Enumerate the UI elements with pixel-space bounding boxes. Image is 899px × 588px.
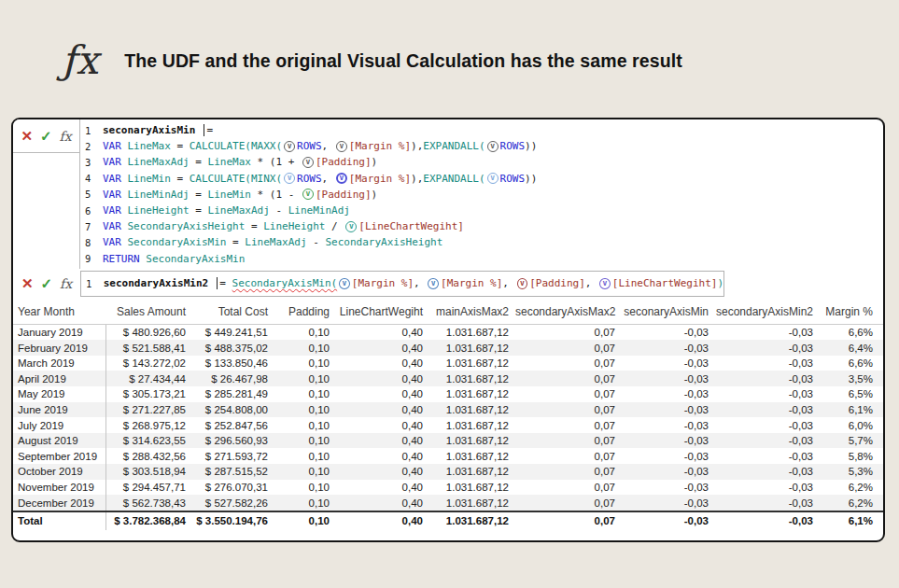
code-token: [Padding]: [316, 189, 372, 201]
table-cell: 0,40: [336, 371, 429, 386]
cancel-icon[interactable]: ✕: [21, 275, 34, 292]
table-row[interactable]: November 2019$ 294.457,71$ 276.070,310,1…: [13, 480, 883, 496]
table-cell: 0,07: [515, 325, 622, 341]
code-token: SecondaryAxisMin: [146, 253, 245, 265]
table-cell: August 2019: [13, 433, 106, 449]
table-cell: 0,40: [336, 417, 429, 433]
code-token: SecondaryAxisHeight: [128, 220, 246, 232]
code-token: [Margin %]: [349, 140, 411, 152]
code-token: * (1 +: [251, 156, 301, 168]
column-header-secondaryaxismin2[interactable]: secondaryAxisMin2: [715, 305, 820, 318]
table-cell: 0,40: [336, 356, 429, 371]
table-row[interactable]: September 2019$ 288.432,56$ 271.593,720,…: [13, 448, 883, 464]
code-token: /: [325, 220, 344, 232]
table-row[interactable]: February 2019$ 521.588,41$ 488.375,020,1…: [13, 340, 883, 356]
chevron-down-circle-icon[interactable]: v: [487, 173, 499, 184]
code-token: ): [372, 189, 378, 201]
table-cell: 0,07: [515, 417, 622, 433]
code-line: 1seconaryAxisMin =: [85, 122, 883, 138]
chevron-down-circle-icon[interactable]: v: [302, 189, 314, 200]
code-token: -: [307, 236, 326, 248]
table-cell: 5,8%: [820, 448, 879, 464]
column-header-sales-amount[interactable]: Sales Amount: [106, 305, 192, 318]
chevron-down-circle-icon[interactable]: v: [599, 278, 611, 289]
fx-button-icon[interactable]: fx: [60, 276, 72, 291]
table-cell: $ 3.782.368,84: [106, 512, 192, 530]
table-cell: -0,03: [715, 340, 820, 356]
table-cell: 6,2%: [820, 480, 879, 496]
table-cell: 1.031.687,12: [429, 356, 515, 371]
chevron-down-circle-icon[interactable]: v: [336, 173, 347, 184]
table-cell: $ 143.272,02: [106, 356, 192, 371]
chevron-down-circle-icon[interactable]: v: [487, 141, 499, 152]
text-cursor: [204, 124, 205, 136]
table-cell: 0,40: [336, 495, 429, 511]
table-cell: 5,7%: [820, 433, 879, 449]
chevron-down-circle-icon[interactable]: v: [284, 173, 295, 184]
code-token: EXPANDALL(: [423, 140, 485, 152]
page-header: ƒx The UDF and the original Visual Calcu…: [62, 41, 682, 80]
table-row[interactable]: January 2019$ 480.926,60$ 449.241,510,10…: [13, 325, 883, 341]
chevron-down-circle-icon[interactable]: v: [284, 141, 295, 152]
table-cell: $ 480.926,60: [106, 325, 192, 341]
column-header-padding[interactable]: Padding: [274, 305, 336, 318]
column-header-year-month[interactable]: Year Month: [13, 305, 106, 318]
table-cell: -0,03: [715, 356, 820, 371]
code-token: SecondaryAxisMin: [128, 236, 227, 248]
formula-bar-1: ✕ ✓ fx 1seconaryAxisMin =2VAR LineMax = …: [13, 119, 883, 269]
code-token: [Margin %]: [349, 173, 411, 185]
chevron-down-circle-icon[interactable]: v: [428, 278, 439, 289]
chevron-down-circle-icon[interactable]: v: [336, 141, 347, 152]
column-header-secondaryaxismax2[interactable]: secondaryAxisMax2: [515, 305, 622, 318]
formula-bar-1-toolbar: ✕ ✓ fx: [13, 119, 80, 153]
table-cell: $ 268.975,12: [106, 417, 192, 433]
chevron-down-circle-icon[interactable]: v: [339, 278, 350, 289]
table-row[interactable]: June 2019$ 271.227,85$ 254.808,000,100,4…: [13, 402, 883, 418]
chevron-down-circle-icon[interactable]: v: [517, 278, 528, 289]
table-cell: November 2019: [13, 480, 106, 496]
table-cell: $ 3.550.194,76: [192, 512, 274, 530]
table-cell: October 2019: [13, 464, 106, 480]
fx-button-icon[interactable]: fx: [60, 129, 72, 144]
column-header-total-cost[interactable]: Total Cost: [192, 305, 274, 318]
table-cell: $ 305.173,21: [106, 386, 192, 402]
table-row[interactable]: July 2019$ 268.975,12$ 252.847,560,100,4…: [13, 417, 883, 433]
code-token: LineMin: [208, 189, 251, 201]
table-row[interactable]: April 2019$ 27.434,44$ 26.467,980,100,40…: [13, 371, 883, 386]
table-cell: 0,10: [274, 417, 336, 433]
table-body: January 2019$ 480.926,60$ 449.241,510,10…: [13, 325, 883, 511]
code-line: 6VAR LineHeight = LineMaxAdj - LineMinAd…: [85, 203, 883, 218]
column-header-margin-[interactable]: Margin %: [820, 305, 879, 318]
table-row[interactable]: October 2019$ 303.518,94$ 287.515,520,10…: [13, 464, 883, 480]
formula-editor-1[interactable]: 1seconaryAxisMin =2VAR LineMax = CALCULA…: [79, 119, 883, 269]
table-row[interactable]: March 2019$ 143.272,02$ 133.850,460,100,…: [13, 356, 883, 371]
table-cell: -0,03: [715, 512, 820, 530]
column-header-mainaxismax2[interactable]: mainAxisMax2: [429, 305, 515, 318]
table-cell: 0,40: [336, 433, 429, 449]
commit-icon[interactable]: ✓: [40, 128, 52, 145]
chevron-down-circle-icon[interactable]: v: [302, 157, 314, 168]
column-header-linechartwegiht[interactable]: LineChartWegiht: [336, 305, 429, 318]
table-cell: April 2019: [13, 371, 106, 386]
table-cell: $ 133.850,46: [192, 356, 274, 371]
code-line: 4VAR LineMin = CALCULATE(MINX(vROWS, v[M…: [85, 171, 883, 187]
table-cell: -0,03: [715, 402, 820, 418]
table-row[interactable]: May 2019$ 305.173,21$ 285.281,490,100,40…: [13, 386, 883, 402]
table-cell: -0,03: [622, 448, 715, 464]
cancel-icon[interactable]: ✕: [21, 128, 33, 145]
code-token: CALCULATE(MAXX(: [190, 140, 282, 152]
table-cell: 0,10: [274, 495, 336, 511]
commit-icon[interactable]: ✓: [40, 275, 52, 292]
table-cell: 6,5%: [820, 386, 879, 402]
line-number: 8: [85, 237, 96, 248]
column-header-seconaryaxismin[interactable]: seconaryAxisMin: [622, 305, 715, 318]
fx-icon: ƒx: [62, 41, 98, 80]
table-row[interactable]: December 2019$ 562.738,43$ 527.582,260,1…: [13, 495, 883, 511]
code-token: LineMaxAdj: [245, 236, 306, 248]
table-cell: -0,03: [622, 325, 715, 341]
formula-editor-2[interactable]: 1secondaryAxisMin2 = SecondaryAxisMin(v[…: [80, 271, 724, 297]
table-cell: 0,40: [336, 512, 429, 530]
table-row[interactable]: August 2019$ 314.623,55$ 296.560,930,100…: [13, 433, 883, 449]
code-token: ,: [414, 277, 426, 289]
chevron-down-circle-icon[interactable]: v: [345, 221, 357, 232]
